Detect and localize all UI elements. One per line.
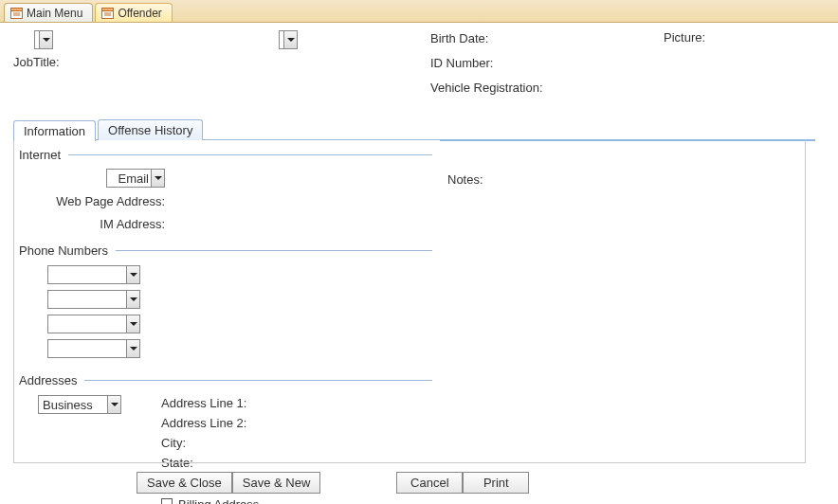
addr-line2-label: Address Line 2: <box>161 416 265 430</box>
addresses-header-label: Addresses <box>19 373 77 387</box>
sub-tab-bar: Information Offense History <box>13 119 825 140</box>
last-name-field[interactable] <box>169 30 273 47</box>
addr-line1-field[interactable] <box>265 395 389 410</box>
job-title-label: JobTitle: <box>13 55 60 69</box>
birth-date-label: Birth Date: <box>430 31 582 45</box>
state-label: State: <box>161 456 265 470</box>
im-address-field[interactable] <box>171 214 360 231</box>
vehicle-registration-field[interactable] <box>582 78 658 97</box>
prefix-dropdown[interactable] <box>34 30 53 49</box>
internet-section-header: Internet <box>19 148 432 162</box>
phone-1-field[interactable] <box>144 266 315 283</box>
addr-line2-field[interactable] <box>265 415 389 430</box>
tab-information[interactable]: Information <box>13 120 96 141</box>
address-type-dropdown[interactable]: Business <box>38 395 121 414</box>
email-type-dropdown[interactable]: Email <box>106 169 165 188</box>
save-close-button[interactable]: Save & Close <box>137 472 232 494</box>
svg-rect-5 <box>102 9 114 11</box>
window-tab-offender[interactable]: Offender <box>95 3 172 22</box>
phone-2-field[interactable] <box>144 291 315 308</box>
save-new-button[interactable]: Save & New <box>232 472 321 494</box>
web-page-label: Web Page Address: <box>47 194 171 208</box>
phone-3-field[interactable] <box>144 315 315 333</box>
internet-label: Internet <box>19 148 61 162</box>
phone-type-2-dropdown[interactable] <box>47 290 140 309</box>
web-page-field[interactable] <box>171 191 360 208</box>
form-icon <box>101 8 114 19</box>
addr-line1-label: Address Line 1: <box>161 396 265 410</box>
state-field[interactable] <box>265 455 389 470</box>
window-tab-strip: Main Menu Offender <box>0 0 838 23</box>
suffix-dropdown[interactable] <box>279 30 298 49</box>
billing-address-checkbox[interactable] <box>161 498 173 504</box>
window-tab-label: Offender <box>118 7 161 20</box>
phone-section-header: Phone Numbers <box>19 243 432 258</box>
phone-type-3-dropdown[interactable] <box>47 315 140 333</box>
phone-header-label: Phone Numbers <box>19 243 108 258</box>
addresses-section-header: Addresses <box>19 373 432 387</box>
phone-type-4-dropdown[interactable] <box>47 339 140 358</box>
print-button[interactable]: Print <box>463 472 529 494</box>
billing-address-label: Billing Address <box>178 497 259 505</box>
notes-label: Notes: <box>447 172 483 187</box>
phone-4-field[interactable] <box>144 340 315 357</box>
form-icon <box>10 8 23 19</box>
first-name-field[interactable] <box>59 30 163 47</box>
address-type-value: Business <box>43 398 107 412</box>
city-label: City: <box>161 436 265 450</box>
picture-label: Picture: <box>664 30 705 45</box>
svg-rect-1 <box>11 9 23 11</box>
window-tab-main-menu[interactable]: Main Menu <box>4 3 93 22</box>
vehicle-registration-label: Vehicle Registration: <box>430 81 582 95</box>
birth-date-field[interactable] <box>582 28 658 47</box>
phone-type-1-dropdown[interactable] <box>47 265 140 284</box>
im-address-label: IM Address: <box>47 217 171 231</box>
email-type-value: Email <box>111 171 151 186</box>
tab-offense-history[interactable]: Offense History <box>98 119 203 140</box>
window-tab-label: Main Menu <box>27 7 82 20</box>
cancel-button[interactable]: Cancel <box>396 472 463 494</box>
id-number-label: ID Number: <box>430 56 582 70</box>
id-number-field[interactable] <box>582 53 658 72</box>
city-field[interactable] <box>265 435 389 450</box>
email-field[interactable] <box>171 169 360 186</box>
